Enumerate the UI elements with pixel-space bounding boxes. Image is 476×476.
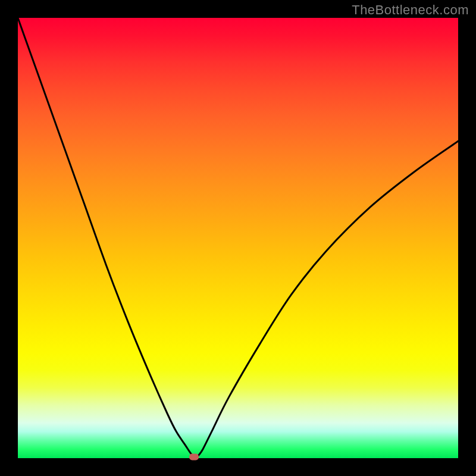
minimum-marker <box>189 453 199 460</box>
watermark-text: TheBottleneck.com <box>352 2 469 18</box>
bottleneck-curve <box>18 18 458 458</box>
curve-layer <box>18 18 458 458</box>
outer-frame: TheBottleneck.com <box>0 0 476 476</box>
